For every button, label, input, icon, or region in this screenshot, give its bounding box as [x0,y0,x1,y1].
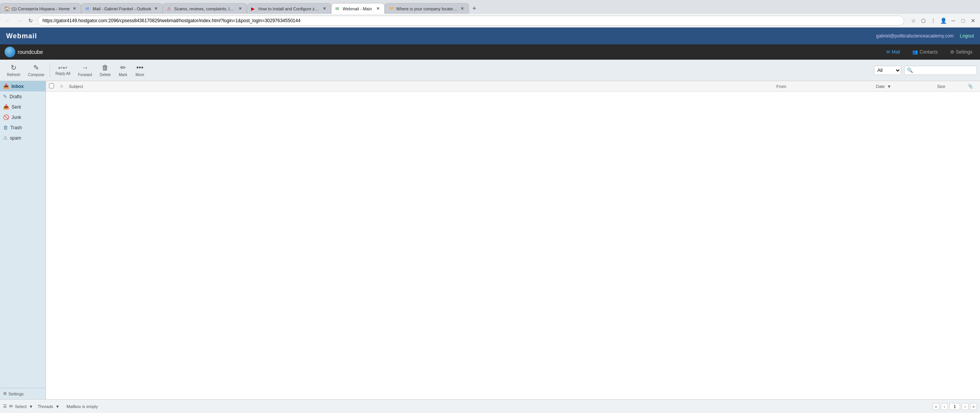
tab-title-3: Scams, reviews, complaints, law... [174,7,235,11]
browser-right-icons: ☆ ⬡ ⋮ 👤 ─ □ ✕ [910,17,977,24]
sidebar-sent-label: Sent [11,104,21,110]
tab-title-2: Mail - Gabriel Frankel - Outlook [93,7,151,11]
roundcube-logo-text: roundcube [18,49,43,55]
delete-button[interactable]: 🗑 Delete [96,62,114,78]
new-tab-button[interactable]: + [469,3,480,14]
forward-icon: → [82,64,88,72]
col-from[interactable]: From [776,84,876,89]
col-date[interactable]: Date ▼ [876,84,937,89]
tab-favicon-1: 🏠 [4,6,10,11]
sidebar-settings-button[interactable]: ⚙ Settings [3,391,42,396]
refresh-button[interactable]: ↻ Refresh [3,62,24,78]
search-icon: 🔍 [907,67,913,73]
compose-icon: ✎ [33,63,39,72]
col-attach: 📎 [968,84,977,89]
sidebar-settings-icon: ⚙ [3,391,7,396]
search-input[interactable] [913,68,974,73]
tab-close-6[interactable]: ✕ [459,6,465,11]
settings-nav-label: Settings [956,49,972,55]
toolbar-sep-1 [50,63,50,77]
forward-button[interactable]: → [15,16,24,25]
subject-column-label: Subject [69,84,83,89]
sidebar-item-sent[interactable]: 📤 Sent [0,102,46,112]
junk-icon: 🚫 [3,114,9,120]
envelope-view-icon[interactable]: ✉ [9,404,13,409]
address-bar[interactable] [38,16,904,26]
extensions-icon[interactable]: ⬡ [920,17,927,24]
webmail-header: Webmail gabriel@politicalscienceacademy.… [0,28,980,44]
forward-label: Forward [78,73,92,77]
select-dropdown-icon[interactable]: ▼ [29,404,33,409]
tab-outlook[interactable]: ✉ Mail - Gabriel Frankel - Outlook ✕ [81,3,163,14]
tab-title-1: (1) Consejería Hispana - Home [11,7,70,11]
select-label[interactable]: Select [15,404,27,409]
bookmark-icon[interactable]: ☆ [910,17,917,24]
sort-date-icon: ▼ [887,84,891,89]
logout-link[interactable]: Logout [960,33,974,39]
sidebar-drafts-label: Drafts [10,94,22,99]
col-subject[interactable]: Subject [69,84,776,89]
sidebar-item-inbox[interactable]: 📥 Inbox [0,81,46,91]
browser-controls: ← → ↻ ☆ ⬡ ⋮ 👤 ─ □ ✕ [0,14,980,28]
reply-all-label: Reply All [56,72,70,76]
mark-button[interactable]: ✏ Mark [114,62,131,78]
email-list-header: ☆ Subject From Date ▼ Size 📎 [46,81,980,92]
back-button[interactable]: ← [3,16,12,25]
sidebar-item-junk[interactable]: 🚫 Junk [0,112,46,122]
user-icon[interactable]: 👤 [939,17,947,24]
tab-close-1[interactable]: ✕ [72,6,77,11]
empty-status-message: Mailbox is empty [67,404,98,409]
settings-nav-button[interactable]: ⚙ Settings [947,48,975,56]
compose-button[interactable]: ✎ Compose [24,62,48,78]
minimize-icon[interactable]: ─ [949,17,957,24]
pager-last-button[interactable]: » [970,403,977,410]
sidebar-item-trash[interactable]: 🗑 Trash [0,122,46,133]
sidebar-inbox-label: Inbox [11,84,24,89]
reply-all-button[interactable]: ↩↩ Reply All [52,63,74,77]
tab-where[interactable]: 🗺 Where is your company located... ✕ [385,3,469,14]
tab-close-3[interactable]: ✕ [237,6,243,11]
pager-first-button[interactable]: « [933,403,939,410]
sidebar-item-spam[interactable]: ⚠ spam [0,133,46,143]
date-column-label: Date [876,84,885,89]
close-window-icon[interactable]: ✕ [969,17,977,24]
search-scope-select[interactable]: All Subject From To Body [874,66,901,75]
main-content: ☆ Subject From Date ▼ Size 📎 [46,81,980,399]
sidebar: 📥 Inbox ✎ Drafts 📤 Sent 🚫 Junk 🗑 Trash ⚠… [0,81,46,399]
tab-scams[interactable]: ⚠ Scams, reviews, complaints, law... ✕ [163,3,247,14]
list-view-icon[interactable]: ☰ [3,404,7,409]
sidebar-item-drafts[interactable]: ✎ Drafts [0,91,46,102]
tab-consejeria[interactable]: 🏠 (1) Consejería Hispana - Home ✕ [0,3,81,14]
status-bar: ☰ ✉ Select ▼ Threads ▼ Mailbox is empty … [0,399,980,413]
inbox-icon: 📥 [3,83,9,89]
delete-label: Delete [100,73,111,77]
maximize-icon[interactable]: □ [959,17,967,24]
more-label: More [136,73,144,77]
pager-prev-button[interactable]: ‹ [941,403,948,410]
tab-close-4[interactable]: ✕ [322,6,327,11]
browser-menu-icon[interactable]: ⋮ [929,17,937,24]
reply-all-icon: ↩↩ [58,65,67,71]
tab-webmail[interactable]: ✉ Webmail - Main ✕ [331,3,385,14]
reload-button[interactable]: ↻ [26,16,35,25]
app-layout: 📥 Inbox ✎ Drafts 📤 Sent 🚫 Junk 🗑 Trash ⚠… [0,81,980,399]
pager-next-button[interactable]: › [962,403,969,410]
webmail-header-right: gabriel@politicalscienceacademy.com Logo… [876,33,974,39]
mark-icon: ✏ [120,63,126,72]
roundcube-logo: roundcube [5,47,43,57]
star-column-icon: ☆ [60,84,64,88]
col-size[interactable]: Size [937,84,968,89]
tab-close-2[interactable]: ✕ [153,6,158,11]
more-button[interactable]: ••• More [131,62,148,78]
forward-button[interactable]: → Forward [74,62,96,78]
mail-nav-button[interactable]: ✉ Mail [883,48,903,56]
webmail-title: Webmail [6,32,37,40]
contacts-nav-button[interactable]: 👥 Contacts [909,48,941,56]
threads-dropdown-icon[interactable]: ▼ [56,404,60,409]
pager-current-input[interactable] [949,403,960,410]
contacts-nav-icon: 👥 [912,49,918,55]
tab-close-5[interactable]: ✕ [375,6,381,11]
select-all-checkbox[interactable] [49,83,54,88]
threads-label[interactable]: Threads [38,404,53,409]
tab-howto[interactable]: ▶ How to Install and Configure ze... ✕ [247,3,331,14]
